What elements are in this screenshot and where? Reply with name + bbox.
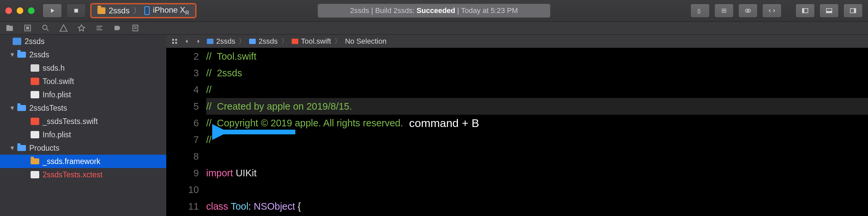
swift-icon bbox=[31, 118, 39, 125]
editor-standard-button[interactable] bbox=[714, 4, 734, 18]
svg-rect-11 bbox=[26, 27, 29, 30]
code-lines[interactable]: command + B // Tool.swift// 2ssds//// Cr… bbox=[206, 48, 868, 215]
panel-bottom-icon bbox=[826, 7, 833, 14]
jump-bar[interactable]: 2ssds〉2ssds〉Tool.swift〉No Selection bbox=[166, 35, 868, 48]
zoom-icon[interactable] bbox=[28, 7, 35, 14]
issue-navigator-icon[interactable] bbox=[59, 24, 68, 32]
disclosure-icon[interactable]: ▼ bbox=[9, 51, 14, 58]
back-icon[interactable] bbox=[183, 38, 190, 45]
svg-text:{}: {} bbox=[698, 8, 701, 14]
tree-row[interactable]: ▼Products bbox=[0, 141, 166, 155]
minimize-icon[interactable] bbox=[17, 7, 23, 14]
tree-item-label: Products bbox=[29, 144, 60, 153]
code-line[interactable]: // 2ssds bbox=[206, 65, 868, 81]
play-icon bbox=[49, 7, 56, 14]
tree-row[interactable]: ▼2ssds bbox=[0, 48, 166, 61]
tree-item-label: 2ssdsTests bbox=[29, 104, 67, 113]
breadcrumb-item[interactable]: Tool.swift bbox=[292, 37, 331, 46]
breadcrumb[interactable]: 2ssds〉2ssds〉Tool.swift〉No Selection bbox=[207, 36, 386, 46]
fw-icon bbox=[31, 158, 39, 164]
code-line[interactable]: // bbox=[206, 81, 868, 98]
window-controls bbox=[5, 7, 35, 14]
toggle-inspector-button[interactable] bbox=[843, 4, 863, 18]
project-navigator[interactable]: 2ssds▼2ssdsssds.hTool.swiftInfo.plist▼2s… bbox=[0, 35, 166, 216]
library-button[interactable]: {} bbox=[690, 4, 710, 18]
tree-row[interactable]: Tool.swift bbox=[0, 75, 166, 88]
titlebar-toolbar: 2ssds 〉 iPhone XR 2ssds | Build 2ssds: S… bbox=[0, 0, 868, 21]
chevron-right-icon: 〉 bbox=[281, 36, 288, 46]
code-line[interactable] bbox=[206, 181, 868, 198]
editor-assistant-button[interactable] bbox=[738, 4, 757, 18]
tree-row[interactable]: 2ssdsTests.xctest bbox=[0, 168, 166, 181]
forward-icon[interactable] bbox=[195, 38, 202, 45]
svg-rect-15 bbox=[175, 39, 177, 40]
h-icon bbox=[31, 64, 39, 72]
code-line[interactable]: // Tool.swift bbox=[206, 48, 868, 65]
related-items-icon[interactable] bbox=[171, 38, 178, 45]
stop-icon bbox=[72, 7, 80, 14]
debug-navigator-icon[interactable] bbox=[95, 24, 104, 32]
plist-icon bbox=[31, 131, 39, 138]
tree-row[interactable]: _ssdsTests.swift bbox=[0, 115, 166, 128]
symbol-navigator-icon[interactable] bbox=[41, 24, 50, 32]
activity-viewer[interactable]: 2ssds | Build 2ssds: Succeeded | Today a… bbox=[318, 4, 550, 18]
scheme-device: iPhone XR bbox=[153, 5, 189, 16]
folder-icon bbox=[17, 145, 26, 151]
report-navigator-icon[interactable] bbox=[131, 24, 140, 32]
chevron-right-icon: 〉 bbox=[239, 36, 246, 46]
tree-row[interactable]: ▼2ssdsTests bbox=[0, 101, 166, 115]
tree-item-label: Tool.swift bbox=[42, 77, 74, 86]
code-line[interactable]: // Copyright © 2019 apple. All rights re… bbox=[206, 115, 868, 131]
swift-icon bbox=[292, 39, 298, 44]
tree-row[interactable]: ssds.h bbox=[0, 61, 166, 75]
svg-rect-5 bbox=[803, 9, 804, 13]
breadcrumb-item[interactable]: No Selection bbox=[345, 37, 386, 46]
disclosure-icon[interactable]: ▼ bbox=[9, 145, 14, 152]
code-line[interactable]: // Created by apple on 2019/8/15. bbox=[206, 98, 868, 115]
code-line[interactable] bbox=[206, 148, 868, 165]
svg-point-12 bbox=[42, 25, 47, 29]
breakpoint-navigator-icon[interactable] bbox=[113, 24, 122, 32]
navigator-selector-bar bbox=[0, 21, 868, 35]
panel-left-icon bbox=[802, 7, 809, 14]
svg-rect-7 bbox=[827, 11, 832, 13]
toggle-navigator-button[interactable] bbox=[796, 4, 815, 18]
test-navigator-icon[interactable] bbox=[77, 24, 86, 32]
activity-prefix: 2ssds | Build 2ssds: bbox=[350, 6, 415, 15]
braces-icon: {} bbox=[696, 7, 704, 14]
tree-row[interactable]: Info.plist bbox=[0, 88, 166, 101]
breadcrumb-item[interactable]: 2ssds bbox=[249, 37, 277, 46]
breadcrumb-label: 2ssds bbox=[258, 37, 277, 46]
code-line[interactable]: class Tool: NSObject { bbox=[206, 198, 868, 215]
breadcrumb-label: No Selection bbox=[345, 37, 386, 46]
project-navigator-icon[interactable] bbox=[5, 24, 14, 32]
svg-rect-14 bbox=[172, 39, 174, 40]
scheme-selector[interactable]: 2ssds 〉 iPhone XR bbox=[90, 3, 196, 18]
breadcrumb-label: Tool.swift bbox=[301, 37, 331, 46]
tree-item-label: Info.plist bbox=[42, 90, 71, 99]
svg-rect-17 bbox=[175, 42, 177, 43]
tree-item-label: 2ssds bbox=[29, 50, 49, 59]
disclosure-icon[interactable]: ▼ bbox=[9, 105, 14, 112]
source-editor[interactable]: 234567891011 command + B // Tool.swift//… bbox=[166, 48, 868, 215]
tree-row[interactable]: 2ssds bbox=[0, 35, 166, 48]
scheme-target: 2ssds bbox=[109, 6, 130, 15]
run-button[interactable] bbox=[42, 4, 62, 18]
svg-rect-9 bbox=[854, 9, 856, 13]
tree-row[interactable]: _ssds.framework bbox=[0, 155, 166, 168]
code-line[interactable]: // bbox=[206, 131, 868, 148]
stop-button[interactable] bbox=[66, 4, 86, 18]
toggle-debug-button[interactable] bbox=[819, 4, 839, 18]
line-gutter: 234567891011 bbox=[166, 48, 206, 215]
breadcrumb-item[interactable]: 2ssds bbox=[207, 37, 235, 46]
tree-item-label: 2ssds bbox=[25, 37, 44, 46]
folder-icon bbox=[17, 52, 26, 58]
source-control-navigator-icon[interactable] bbox=[23, 24, 32, 32]
editor-version-button[interactable] bbox=[762, 4, 781, 18]
rings-icon bbox=[744, 7, 752, 14]
code-line[interactable]: import UIKit bbox=[206, 165, 868, 181]
target-icon bbox=[97, 7, 105, 14]
proj-icon bbox=[13, 38, 21, 45]
close-icon[interactable] bbox=[5, 7, 12, 14]
tree-row[interactable]: Info.plist bbox=[0, 128, 166, 141]
